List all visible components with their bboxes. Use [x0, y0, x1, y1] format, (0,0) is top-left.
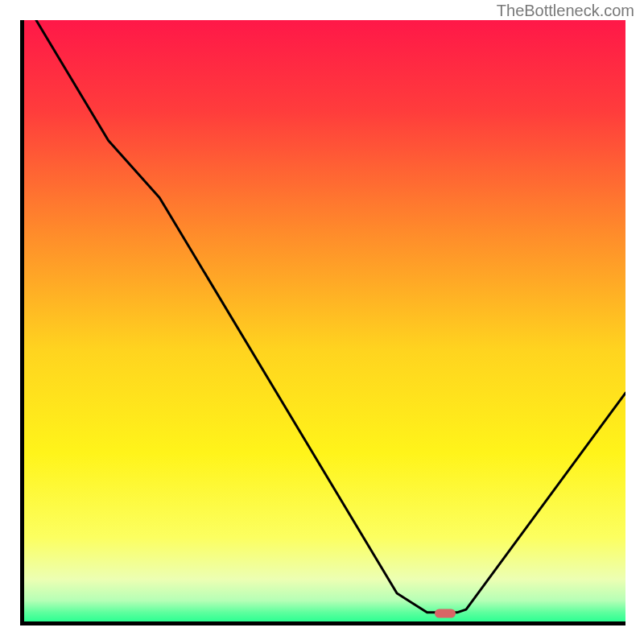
optimal-point-marker	[435, 609, 456, 618]
chart-container: TheBottleneck.com	[0, 0, 644, 644]
x-axis	[20, 621, 625, 625]
watermark-text: TheBottleneck.com	[497, 2, 634, 20]
plot-area	[24, 20, 625, 621]
bottleneck-curve	[24, 20, 625, 621]
